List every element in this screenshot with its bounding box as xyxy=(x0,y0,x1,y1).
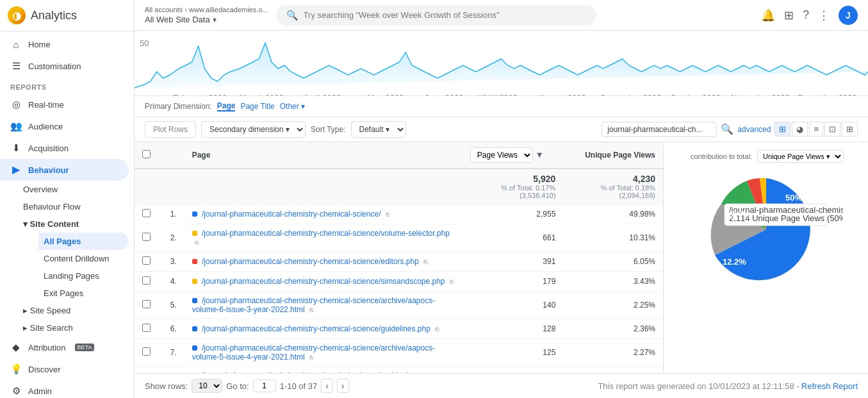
view-pivot-button[interactable]: ⊡ xyxy=(824,122,840,137)
svg-text:50: 50 xyxy=(140,38,149,48)
table-body: 1. /journal-pharmaceutical-chemistry-che… xyxy=(135,204,663,373)
row-unique-page-views: 2.27% xyxy=(563,338,663,366)
row-checkbox[interactable] xyxy=(142,276,151,285)
dim-page-title[interactable]: Page Title xyxy=(240,102,274,111)
sidebar-item-admin[interactable]: ⚙ Admin xyxy=(0,380,129,398)
external-link-icon[interactable]: ⎋ xyxy=(423,258,428,265)
filter-input[interactable] xyxy=(602,122,717,137)
acquisition-label: Acquisition xyxy=(28,144,69,153)
page-link[interactable]: /journal-pharmaceutical-chemistry-chemic… xyxy=(202,257,419,266)
dim-page[interactable]: Page xyxy=(217,101,236,112)
color-dot xyxy=(192,345,197,351)
plot-rows-button[interactable]: Plot Rows xyxy=(145,121,196,138)
row-unique-page-views: 49.98% xyxy=(563,204,663,224)
view-pie-button[interactable]: ◕ xyxy=(792,122,808,137)
apps-icon[interactable]: ⊞ xyxy=(784,8,794,22)
sidebar-item-exit-pages[interactable]: Exit Pages xyxy=(38,285,129,302)
row-checkbox[interactable] xyxy=(142,347,151,356)
report-timestamp: This report was generated on 10/01/2023 … xyxy=(598,381,858,391)
user-avatar[interactable]: J xyxy=(839,6,858,25)
total-page-views-pct: % of Total: 0.17% (3,538,410) xyxy=(470,184,556,199)
overview-label: Overview xyxy=(23,185,58,194)
row-checkbox[interactable] xyxy=(142,256,151,265)
beta-badge: BETA xyxy=(75,344,95,351)
external-link-icon[interactable]: ⎋ xyxy=(386,210,390,218)
sidebar-item-overview[interactable]: Overview xyxy=(18,181,129,198)
sidebar-item-audience[interactable]: 👥 Audience xyxy=(0,115,129,137)
sidebar-item-behaviour-flow[interactable]: Behaviour Flow xyxy=(18,198,129,215)
sidebar-item-behaviour[interactable]: ▶ Behaviour xyxy=(0,159,129,181)
row-checkbox[interactable] xyxy=(142,300,151,308)
page-link[interactable]: /journal-pharmaceutical-chemistry-chemic… xyxy=(202,229,450,238)
svg-text:September 2022: September 2022 xyxy=(600,93,662,96)
refresh-link[interactable]: Refresh Report xyxy=(801,381,858,391)
pie-svg: /journal-pharmaceutical-chemistry-chemic… xyxy=(689,165,843,294)
sidebar-item-site-speed[interactable]: ▸ Site Speed xyxy=(18,302,129,319)
row-page: /journal-pharmaceutical-chemistry-chemic… xyxy=(184,291,463,319)
sidebar-item-acquisition[interactable]: ⬇ Acquisition xyxy=(0,137,129,159)
attribution-icon: ◆ xyxy=(10,342,22,353)
rows-select[interactable]: 10 xyxy=(192,379,222,393)
notification-icon[interactable]: 🔔 xyxy=(761,8,775,22)
next-page-button[interactable]: › xyxy=(337,379,349,393)
page-link[interactable]: /journal-pharmaceutical-chemistry-chemic… xyxy=(202,210,381,219)
main-content: All accounts › www.alliedacademies.o... … xyxy=(135,0,868,398)
realtime-label: Real-time xyxy=(28,100,64,110)
audience-label: Audience xyxy=(28,122,63,131)
row-unique-page-views: 10.31% xyxy=(563,224,663,251)
external-link-icon[interactable]: ⎋ xyxy=(195,238,199,246)
page-views-select[interactable]: Page Views xyxy=(470,147,533,163)
external-link-icon[interactable]: ⎋ xyxy=(435,325,439,333)
external-link-icon[interactable]: ⎋ xyxy=(309,306,314,313)
page-link[interactable]: /journal-pharmaceutical-chemistry-chemic… xyxy=(202,277,445,286)
sidebar-item-all-pages[interactable]: All Pages xyxy=(38,233,129,250)
select-all-checkbox[interactable] xyxy=(142,150,151,158)
sidebar-item-landing-pages[interactable]: Landing Pages xyxy=(38,267,129,285)
dim-other[interactable]: Other ▾ xyxy=(280,102,305,111)
sidebar-item-site-search[interactable]: ▸ Site Search xyxy=(18,319,129,336)
page-link[interactable]: /journal-pharmaceutical-chemistry-chemic… xyxy=(202,324,430,333)
contribution-metric-select[interactable]: Unique Page Views ▾ xyxy=(757,150,844,163)
row-checkbox[interactable] xyxy=(142,233,151,241)
view-table-button[interactable]: ⊞ xyxy=(774,122,790,137)
search-bar[interactable]: 🔍 xyxy=(276,5,596,26)
svg-text:50%: 50% xyxy=(785,193,802,203)
row-checkbox[interactable] xyxy=(142,209,151,217)
sidebar-item-home[interactable]: ⌂ Home xyxy=(0,34,129,55)
svg-text:March 2022: March 2022 xyxy=(240,93,283,96)
sort-default-select[interactable]: Default ▾ xyxy=(351,121,406,138)
external-link-icon[interactable]: ⎋ xyxy=(450,278,454,285)
row-page: /journal-pharmaceutical-chemistry-chemic… xyxy=(184,338,463,366)
sidebar-item-discover[interactable]: 💡 Discover xyxy=(0,358,129,380)
goto-input[interactable] xyxy=(253,379,276,392)
sidebar-nav: ⌂ Home ☰ Customisation REPORTS ◎ Real-ti… xyxy=(0,31,134,398)
pie-chart-wrap: contribution to total: Unique Page Views… xyxy=(663,142,868,374)
external-link-icon[interactable]: ⎋ xyxy=(309,353,314,361)
sidebar-item-site-content[interactable]: ▾ Site Content xyxy=(18,215,129,233)
sidebar-item-attribution[interactable]: ◆ Attribution BETA xyxy=(0,336,129,358)
col-unique-page-views: Unique Page Views xyxy=(563,142,663,169)
advanced-link[interactable]: advanced xyxy=(737,125,771,134)
sidebar-item-realtime[interactable]: ◎ Real-time xyxy=(0,94,129,115)
select-all-header[interactable] xyxy=(135,142,158,169)
search-input[interactable] xyxy=(304,10,586,20)
help-icon[interactable]: ? xyxy=(803,8,809,22)
more-icon[interactable]: ⋮ xyxy=(818,8,830,22)
row-page: /journal-pharmaceutical-chemistry-chemic… xyxy=(184,271,463,291)
view-bar-button[interactable]: ≡ xyxy=(809,122,823,137)
site-selector[interactable]: All Web Site Data ▾ xyxy=(145,15,268,24)
view-more-button[interactable]: ⊞ xyxy=(842,122,858,137)
sort-arrow[interactable]: ▼ xyxy=(536,150,544,160)
row-page: /journal-pharmaceutical-chemistry-chemic… xyxy=(184,224,463,251)
sidebar-item-customisation[interactable]: ☰ Customisation xyxy=(0,55,129,77)
sidebar-item-content-drilldown[interactable]: Content Drilldown xyxy=(38,250,129,267)
content-drilldown-label: Content Drilldown xyxy=(44,254,110,263)
color-dot xyxy=(192,211,197,217)
filter-search-button[interactable]: 🔍 xyxy=(721,123,733,135)
behaviour-label: Behaviour xyxy=(28,165,69,175)
prev-page-button[interactable]: ‹ xyxy=(321,379,333,393)
row-checkbox[interactable] xyxy=(142,324,151,332)
secondary-dimension-select[interactable]: Secondary dimension ▾ xyxy=(201,121,306,138)
row-unique-page-views: 6.05% xyxy=(563,251,663,271)
row-page-views: 391 xyxy=(463,251,564,271)
